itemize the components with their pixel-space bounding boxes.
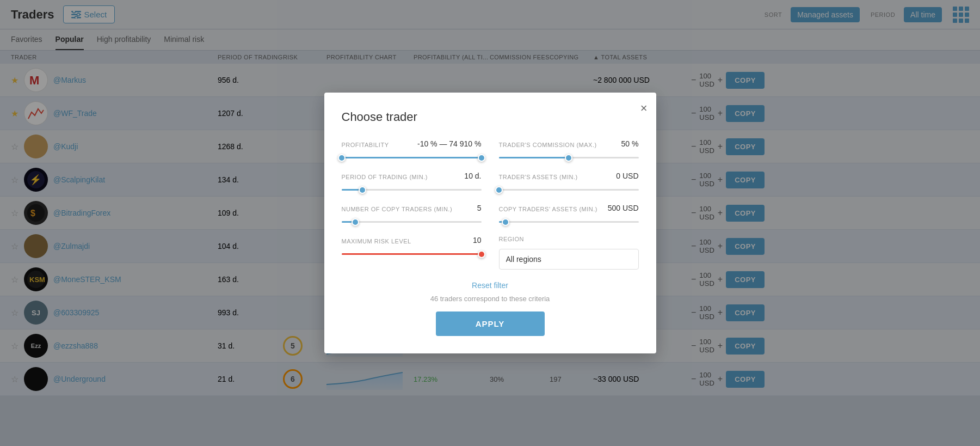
- traders-assets-value: 0 USD: [616, 172, 638, 180]
- region-label: REGION: [499, 236, 524, 242]
- profitability-thumb-min[interactable]: [338, 154, 346, 162]
- copy-traders-assets-value: 500 USD: [608, 204, 639, 212]
- commission-slider-fill: [499, 157, 569, 158]
- max-risk-slider-track: [342, 253, 482, 255]
- commission-label: TRADER'S COMMISSION (MAX.): [499, 142, 597, 148]
- max-risk-label: MAXIMUM RISK LEVEL: [342, 238, 411, 245]
- max-risk-thumb[interactable]: [478, 251, 485, 258]
- filter-copy-traders-assets-row: COPY TRADERS' ASSETS (MIN.) 500 USD: [499, 204, 639, 217]
- filter-traders-assets: TRADER'S ASSETS (MIN.) 0 USD: [499, 172, 639, 191]
- filter-profitability-row: PROFITABILITY -10 % — 74 910 %: [342, 139, 482, 152]
- period-slider-track: [342, 189, 482, 191]
- copy-traders-assets-thumb[interactable]: [502, 218, 509, 226]
- profitability-label: PROFITABILITY: [342, 142, 389, 148]
- filter-copy-traders-num-row: NUMBER OF COPY TRADERS (MIN.) 5: [342, 204, 482, 217]
- profitability-value: -10 % — 74 910 %: [417, 139, 482, 148]
- commission-value: 50 %: [621, 139, 639, 148]
- modal-overlay[interactable]: Choose trader × PROFITABILITY -10 % — 74…: [0, 0, 980, 446]
- apply-button[interactable]: APPLY: [436, 311, 545, 336]
- reset-filter-anchor[interactable]: Reset filter: [472, 281, 508, 290]
- copy-traders-assets-label: COPY TRADERS' ASSETS (MIN.): [499, 206, 597, 212]
- region-select[interactable]: All regions: [499, 249, 639, 270]
- filter-max-risk-row: MAXIMUM RISK LEVEL 10: [342, 236, 482, 249]
- copy-traders-num-value: 5: [477, 204, 482, 212]
- modal-title: Choose trader: [342, 110, 639, 124]
- filter-copy-traders-assets: COPY TRADERS' ASSETS (MIN.) 500 USD: [499, 204, 639, 223]
- filter-grid: PROFITABILITY -10 % — 74 910 % TRADER'S …: [342, 139, 639, 270]
- filter-region-row: REGION: [499, 236, 639, 245]
- filter-commission-row: TRADER'S COMMISSION (MAX.) 50 %: [499, 139, 639, 152]
- filter-region: REGION All regions: [499, 236, 639, 270]
- filter-period-row: PERIOD OF TRADING (MIN.) 10 d.: [342, 172, 482, 185]
- profitability-slider-track: [342, 157, 482, 158]
- traders-assets-slider-track: [499, 189, 639, 191]
- filter-copy-traders-num: NUMBER OF COPY TRADERS (MIN.) 5: [342, 204, 482, 223]
- period-thumb[interactable]: [359, 186, 366, 194]
- copy-traders-assets-slider-track: [499, 221, 639, 223]
- copy-traders-num-thumb[interactable]: [352, 218, 359, 226]
- copy-traders-num-slider-track: [342, 221, 482, 223]
- choose-trader-modal: Choose trader × PROFITABILITY -10 % — 74…: [324, 93, 656, 353]
- filter-profitability: PROFITABILITY -10 % — 74 910 %: [342, 139, 482, 158]
- filter-commission: TRADER'S COMMISSION (MAX.) 50 %: [499, 139, 639, 158]
- max-risk-value: 10: [473, 236, 482, 245]
- period-filter-value: 10 d.: [464, 172, 481, 180]
- profitability-slider-fill: [342, 157, 482, 158]
- commission-slider-track: [499, 157, 639, 158]
- max-risk-slider-fill: [342, 253, 482, 255]
- filter-traders-assets-row: TRADER'S ASSETS (MIN.) 0 USD: [499, 172, 639, 185]
- modal-close-button[interactable]: ×: [640, 101, 648, 115]
- profitability-thumb-max[interactable]: [478, 154, 485, 162]
- filter-max-risk: MAXIMUM RISK LEVEL 10: [342, 236, 482, 270]
- reset-filter-link: Reset filter: [342, 280, 639, 290]
- traders-assets-label: TRADER'S ASSETS (MIN.): [499, 174, 578, 180]
- period-filter-label: PERIOD OF TRADING (MIN.): [342, 174, 428, 180]
- copy-traders-num-label: NUMBER OF COPY TRADERS (MIN.): [342, 206, 453, 212]
- commission-thumb[interactable]: [565, 154, 572, 162]
- traders-assets-thumb[interactable]: [495, 186, 503, 194]
- criteria-text: 46 traders correspond to these criteria: [342, 295, 639, 303]
- filter-period: PERIOD OF TRADING (MIN.) 10 d.: [342, 172, 482, 191]
